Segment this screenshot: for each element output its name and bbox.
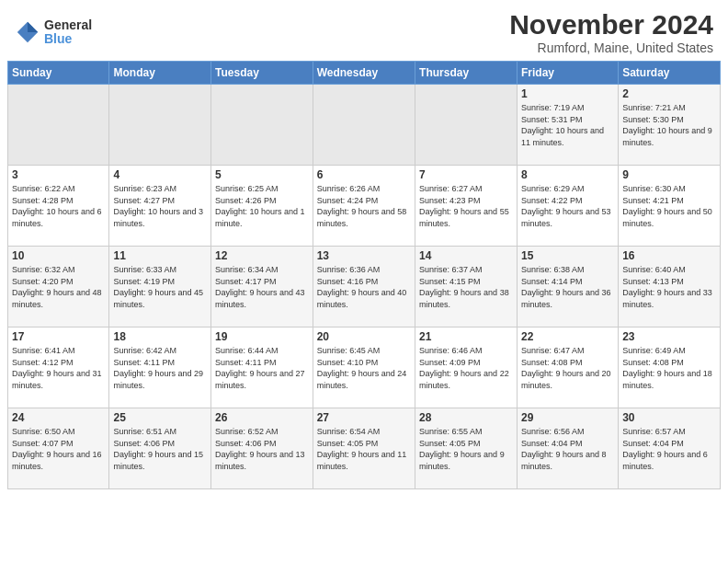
day-number: 8	[521, 168, 614, 181]
day-cell	[8, 85, 109, 166]
calendar-wrapper: SundayMondayTuesdayWednesdayThursdayFrid…	[0, 61, 728, 497]
day-cell: 12Sunrise: 6:34 AM Sunset: 4:17 PM Dayli…	[211, 247, 313, 327]
weekday-header-tuesday: Tuesday	[211, 62, 313, 85]
day-number: 4	[113, 168, 207, 181]
day-cell: 8Sunrise: 6:29 AM Sunset: 4:22 PM Daylig…	[517, 166, 618, 247]
day-cell: 19Sunrise: 6:44 AM Sunset: 4:11 PM Dayli…	[211, 327, 313, 408]
day-cell	[109, 85, 211, 166]
day-info: Sunrise: 6:33 AM Sunset: 4:19 PM Dayligh…	[113, 264, 207, 310]
day-info: Sunrise: 6:55 AM Sunset: 4:05 PM Dayligh…	[419, 426, 513, 472]
weekday-header-monday: Monday	[109, 62, 211, 85]
day-number: 1	[521, 87, 614, 100]
day-cell: 14Sunrise: 6:37 AM Sunset: 4:15 PM Dayli…	[415, 247, 518, 327]
day-cell	[313, 85, 415, 166]
day-number: 2	[622, 87, 716, 100]
day-cell: 5Sunrise: 6:25 AM Sunset: 4:26 PM Daylig…	[211, 166, 313, 247]
day-number: 24	[12, 411, 105, 424]
day-cell	[211, 85, 313, 166]
day-number: 12	[215, 249, 309, 262]
day-cell: 23Sunrise: 6:49 AM Sunset: 4:08 PM Dayli…	[619, 327, 721, 408]
logo-general: General	[44, 18, 92, 32]
day-cell: 16Sunrise: 6:40 AM Sunset: 4:13 PM Dayli…	[619, 247, 721, 327]
day-info: Sunrise: 6:32 AM Sunset: 4:20 PM Dayligh…	[12, 264, 105, 310]
day-number: 11	[113, 249, 207, 262]
day-number: 20	[317, 330, 411, 343]
weekday-header-sunday: Sunday	[8, 62, 109, 85]
day-cell: 18Sunrise: 6:42 AM Sunset: 4:11 PM Dayli…	[109, 327, 211, 408]
day-info: Sunrise: 6:47 AM Sunset: 4:08 PM Dayligh…	[521, 345, 614, 391]
weekday-header-thursday: Thursday	[415, 62, 518, 85]
day-number: 7	[419, 168, 513, 181]
day-cell: 25Sunrise: 6:51 AM Sunset: 4:06 PM Dayli…	[109, 408, 211, 489]
day-number: 16	[622, 249, 716, 262]
day-info: Sunrise: 7:19 AM Sunset: 5:31 PM Dayligh…	[521, 102, 614, 148]
day-cell: 10Sunrise: 6:32 AM Sunset: 4:20 PM Dayli…	[8, 247, 109, 327]
main-title: November 2024	[509, 9, 713, 40]
weekday-header-row: SundayMondayTuesdayWednesdayThursdayFrid…	[8, 62, 721, 85]
day-info: Sunrise: 6:40 AM Sunset: 4:13 PM Dayligh…	[622, 264, 716, 310]
day-info: Sunrise: 6:30 AM Sunset: 4:21 PM Dayligh…	[622, 183, 716, 229]
calendar: SundayMondayTuesdayWednesdayThursdayFrid…	[7, 61, 721, 489]
day-cell: 30Sunrise: 6:57 AM Sunset: 4:04 PM Dayli…	[619, 408, 721, 489]
week-row-2: 10Sunrise: 6:32 AM Sunset: 4:20 PM Dayli…	[8, 247, 721, 327]
header: General Blue November 2024 Rumford, Main…	[0, 0, 728, 61]
day-info: Sunrise: 6:36 AM Sunset: 4:16 PM Dayligh…	[317, 264, 411, 310]
week-row-4: 24Sunrise: 6:50 AM Sunset: 4:07 PM Dayli…	[8, 408, 721, 489]
logo: General Blue	[15, 18, 92, 47]
day-number: 3	[12, 168, 105, 181]
day-cell: 11Sunrise: 6:33 AM Sunset: 4:19 PM Dayli…	[109, 247, 211, 327]
day-number: 17	[12, 330, 105, 343]
day-info: Sunrise: 6:45 AM Sunset: 4:10 PM Dayligh…	[317, 345, 411, 391]
day-info: Sunrise: 7:21 AM Sunset: 5:30 PM Dayligh…	[622, 102, 716, 148]
day-info: Sunrise: 6:38 AM Sunset: 4:14 PM Dayligh…	[521, 264, 614, 310]
day-number: 5	[215, 168, 309, 181]
day-info: Sunrise: 6:25 AM Sunset: 4:26 PM Dayligh…	[215, 183, 309, 229]
day-info: Sunrise: 6:49 AM Sunset: 4:08 PM Dayligh…	[622, 345, 716, 391]
day-number: 26	[215, 411, 309, 424]
day-cell: 1Sunrise: 7:19 AM Sunset: 5:31 PM Daylig…	[517, 85, 618, 166]
weekday-header-saturday: Saturday	[619, 62, 721, 85]
day-info: Sunrise: 6:51 AM Sunset: 4:06 PM Dayligh…	[113, 426, 207, 472]
day-number: 13	[317, 249, 411, 262]
day-info: Sunrise: 6:37 AM Sunset: 4:15 PM Dayligh…	[419, 264, 513, 310]
day-cell: 4Sunrise: 6:23 AM Sunset: 4:27 PM Daylig…	[109, 166, 211, 247]
day-number: 22	[521, 330, 614, 343]
day-info: Sunrise: 6:29 AM Sunset: 4:22 PM Dayligh…	[521, 183, 614, 229]
day-cell: 9Sunrise: 6:30 AM Sunset: 4:21 PM Daylig…	[619, 166, 721, 247]
day-cell: 6Sunrise: 6:26 AM Sunset: 4:24 PM Daylig…	[313, 166, 415, 247]
day-number: 14	[419, 249, 513, 262]
day-cell: 22Sunrise: 6:47 AM Sunset: 4:08 PM Dayli…	[517, 327, 618, 408]
logo-icon	[15, 19, 40, 45]
day-number: 10	[12, 249, 105, 262]
day-cell: 24Sunrise: 6:50 AM Sunset: 4:07 PM Dayli…	[8, 408, 109, 489]
day-info: Sunrise: 6:50 AM Sunset: 4:07 PM Dayligh…	[12, 426, 105, 472]
logo-blue: Blue	[44, 32, 92, 46]
day-number: 18	[113, 330, 207, 343]
weekday-header-friday: Friday	[517, 62, 618, 85]
day-info: Sunrise: 6:57 AM Sunset: 4:04 PM Dayligh…	[622, 426, 716, 472]
day-info: Sunrise: 6:22 AM Sunset: 4:28 PM Dayligh…	[12, 183, 105, 229]
day-info: Sunrise: 6:41 AM Sunset: 4:12 PM Dayligh…	[12, 345, 105, 391]
day-cell: 20Sunrise: 6:45 AM Sunset: 4:10 PM Dayli…	[313, 327, 415, 408]
day-info: Sunrise: 6:23 AM Sunset: 4:27 PM Dayligh…	[113, 183, 207, 229]
day-cell: 7Sunrise: 6:27 AM Sunset: 4:23 PM Daylig…	[415, 166, 518, 247]
day-cell: 17Sunrise: 6:41 AM Sunset: 4:12 PM Dayli…	[8, 327, 109, 408]
day-cell: 13Sunrise: 6:36 AM Sunset: 4:16 PM Dayli…	[313, 247, 415, 327]
day-number: 6	[317, 168, 411, 181]
day-number: 28	[419, 411, 513, 424]
day-number: 25	[113, 411, 207, 424]
weekday-header-wednesday: Wednesday	[313, 62, 415, 85]
day-number: 15	[521, 249, 614, 262]
svg-marker-1	[28, 22, 38, 32]
day-number: 19	[215, 330, 309, 343]
day-number: 30	[622, 411, 716, 424]
week-row-3: 17Sunrise: 6:41 AM Sunset: 4:12 PM Dayli…	[8, 327, 721, 408]
day-cell: 21Sunrise: 6:46 AM Sunset: 4:09 PM Dayli…	[415, 327, 518, 408]
day-cell: 2Sunrise: 7:21 AM Sunset: 5:30 PM Daylig…	[619, 85, 721, 166]
week-row-0: 1Sunrise: 7:19 AM Sunset: 5:31 PM Daylig…	[8, 85, 721, 166]
title-block: November 2024 Rumford, Maine, United Sta…	[509, 9, 713, 55]
day-info: Sunrise: 6:54 AM Sunset: 4:05 PM Dayligh…	[317, 426, 411, 472]
day-cell	[415, 85, 518, 166]
day-info: Sunrise: 6:52 AM Sunset: 4:06 PM Dayligh…	[215, 426, 309, 472]
day-cell: 3Sunrise: 6:22 AM Sunset: 4:28 PM Daylig…	[8, 166, 109, 247]
